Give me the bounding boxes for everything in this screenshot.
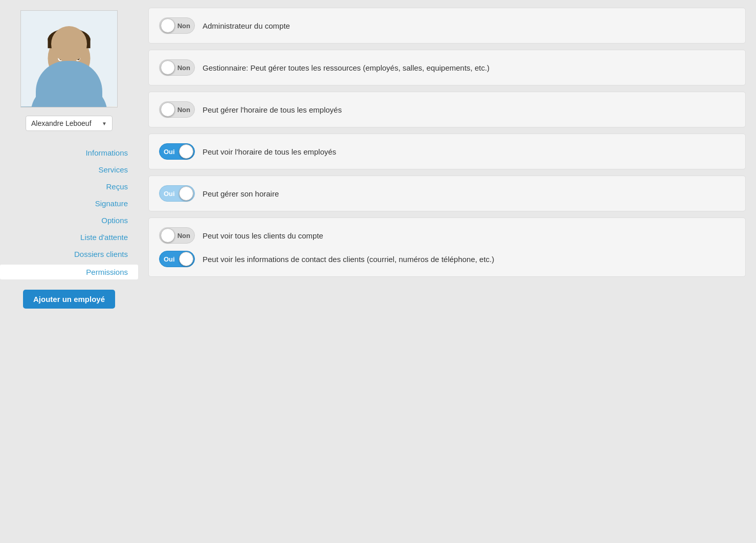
sidebar-item-permissions[interactable]: Permissions xyxy=(0,265,138,279)
toggle-admin[interactable]: Non xyxy=(159,17,195,34)
main-content: Non Administrateur du compte Non Gestion… xyxy=(138,0,756,543)
toggle-gerer-horaire-tous[interactable]: Non xyxy=(159,101,195,118)
permission-card-gerer-horaire-tous: Non Peut gérer l'horaire de tous les emp… xyxy=(148,92,746,127)
toggle-off-label-voir-clients: Non xyxy=(177,232,190,240)
sidebar-item-recus[interactable]: Reçus xyxy=(106,180,128,193)
toggle-on-label-voir-horaire-tous: Oui xyxy=(164,148,175,156)
toggle-track-admin[interactable]: Non xyxy=(159,17,195,34)
toggle-track-voir-clients[interactable]: Non xyxy=(159,227,195,244)
toggle-on-label-voir-contact-clients: Oui xyxy=(164,255,175,263)
svg-point-4 xyxy=(48,29,90,51)
permission-card-voir-horaire-tous: Oui Peut voir l'horaire de tous les empl… xyxy=(148,134,746,169)
user-dropdown-name: Alexandre Leboeuf xyxy=(31,119,92,127)
toggle-voir-clients[interactable]: Non xyxy=(159,227,195,244)
permission-label-voir-contact-clients: Peut voir les informations de contact de… xyxy=(203,255,494,264)
sidebar-item-dossiers-clients[interactable]: Dossiers clients xyxy=(74,248,128,260)
toggle-knob-admin xyxy=(161,18,175,33)
toggle-knob-gestionnaire xyxy=(161,60,175,75)
svg-point-7 xyxy=(75,56,80,61)
toggle-gerer-son-horaire[interactable]: Oui xyxy=(159,185,195,202)
toggle-on-label-gerer-son-horaire: Oui xyxy=(164,190,175,198)
permission-card-gerer-son-horaire: Oui Peut gérer son horaire xyxy=(148,176,746,211)
svg-rect-0 xyxy=(21,11,117,106)
svg-point-3 xyxy=(48,34,90,83)
user-dropdown[interactable]: Alexandre Leboeuf ▼ xyxy=(26,116,113,131)
permission-card-gestionnaire: Non Gestionnaire: Peut gérer toutes les … xyxy=(148,50,746,85)
permission-label-voir-horaire-tous: Peut voir l'horaire de tous les employés xyxy=(203,147,336,156)
permission-label-admin: Administrateur du compte xyxy=(203,21,290,30)
toggle-voir-contact-clients[interactable]: Oui xyxy=(159,251,195,267)
svg-point-6 xyxy=(58,56,63,61)
toggle-track-gerer-son-horaire[interactable]: Oui xyxy=(159,185,195,202)
svg-point-1 xyxy=(31,81,107,107)
chevron-down-icon: ▼ xyxy=(102,121,107,126)
toggle-track-gestionnaire[interactable]: Non xyxy=(159,59,195,76)
permission-card-admin: Non Administrateur du compte xyxy=(148,8,746,44)
permission-card-clients: Non Peut voir tous les clients du compte… xyxy=(148,218,746,277)
permission-label-gerer-son-horaire: Peut gérer son horaire xyxy=(203,189,279,198)
permission-label-voir-clients: Peut voir tous les clients du compte xyxy=(203,231,323,240)
svg-marker-10 xyxy=(59,76,79,91)
toggle-off-label-gestionnaire: Non xyxy=(177,64,190,72)
permission-row-voir-clients: Non Peut voir tous les clients du compte xyxy=(159,227,323,244)
sidebar-item-liste-attente[interactable]: Liste d'attente xyxy=(80,231,128,244)
svg-point-9 xyxy=(77,57,80,60)
sidebar-item-services[interactable]: Services xyxy=(98,163,128,176)
user-dropdown-container[interactable]: Alexandre Leboeuf ▼ xyxy=(26,116,113,131)
svg-point-8 xyxy=(59,57,62,60)
toggle-track-voir-horaire-tous[interactable]: Oui xyxy=(159,143,195,160)
sidebar-navigation: Informations Services Reçus Signature Op… xyxy=(0,146,138,279)
toggle-off-label-admin: Non xyxy=(177,22,190,30)
toggle-track-gerer-horaire-tous[interactable]: Non xyxy=(159,101,195,118)
avatar-image xyxy=(21,11,117,107)
toggle-off-label-gerer-horaire-tous: Non xyxy=(177,106,190,114)
toggle-knob-voir-clients xyxy=(161,228,175,243)
sidebar-item-informations[interactable]: Informations xyxy=(85,146,128,159)
permission-label-gestionnaire: Gestionnaire: Peut gérer toutes les ress… xyxy=(203,63,490,72)
permission-row-voir-contact-clients: Oui Peut voir les informations de contac… xyxy=(159,251,494,267)
svg-rect-5 xyxy=(48,38,90,48)
toggle-knob-gerer-horaire-tous xyxy=(161,102,175,117)
sidebar-item-signature[interactable]: Signature xyxy=(95,197,128,210)
add-employee-button[interactable]: Ajouter un employé xyxy=(23,290,115,309)
toggle-knob-gerer-son-horaire xyxy=(179,186,193,201)
toggle-voir-horaire-tous[interactable]: Oui xyxy=(159,143,195,160)
toggle-gestionnaire[interactable]: Non xyxy=(159,59,195,76)
toggle-knob-voir-horaire-tous xyxy=(179,144,193,159)
permission-label-gerer-horaire-tous: Peut gérer l'horaire de tous les employé… xyxy=(203,105,342,114)
toggle-knob-voir-contact-clients xyxy=(179,252,193,266)
svg-rect-2 xyxy=(61,70,77,83)
avatar xyxy=(20,10,118,107)
toggle-track-voir-contact-clients[interactable]: Oui xyxy=(159,251,195,267)
sidebar-item-options[interactable]: Options xyxy=(101,214,128,227)
sidebar: Alexandre Leboeuf ▼ Informations Service… xyxy=(0,0,138,543)
